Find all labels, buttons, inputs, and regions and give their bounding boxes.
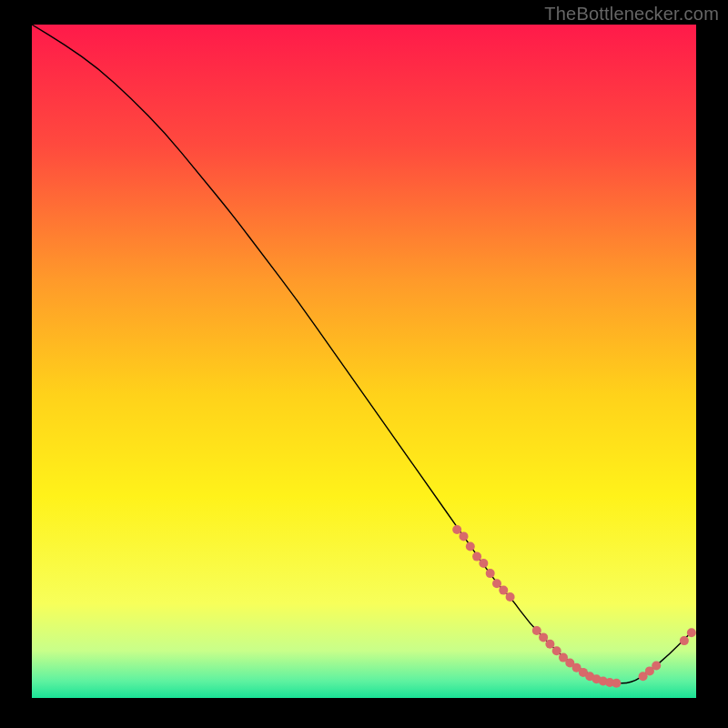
highlight-point bbox=[506, 592, 515, 602]
highlight-point bbox=[486, 569, 495, 578]
highlight-point bbox=[472, 552, 481, 561]
highlight-point bbox=[652, 661, 661, 670]
highlight-point bbox=[545, 640, 554, 649]
plot-area bbox=[32, 25, 696, 698]
highlight-point bbox=[612, 679, 621, 688]
highlight-point bbox=[492, 579, 501, 588]
highlight-point bbox=[687, 628, 696, 637]
watermark-label: TheBottlenecker.com bbox=[544, 4, 719, 25]
highlight-point bbox=[452, 525, 461, 534]
highlight-point bbox=[479, 559, 488, 568]
highlight-point bbox=[499, 586, 508, 595]
chart-container: TheBottlenecker.com bbox=[0, 0, 728, 728]
highlight-point bbox=[539, 632, 548, 642]
chart-svg bbox=[32, 25, 696, 698]
highlight-point bbox=[552, 646, 561, 655]
highlight-point bbox=[680, 636, 689, 645]
highlight-point bbox=[466, 542, 475, 551]
highlight-point bbox=[532, 626, 541, 635]
gradient-background bbox=[32, 25, 696, 698]
highlight-point bbox=[460, 531, 469, 541]
